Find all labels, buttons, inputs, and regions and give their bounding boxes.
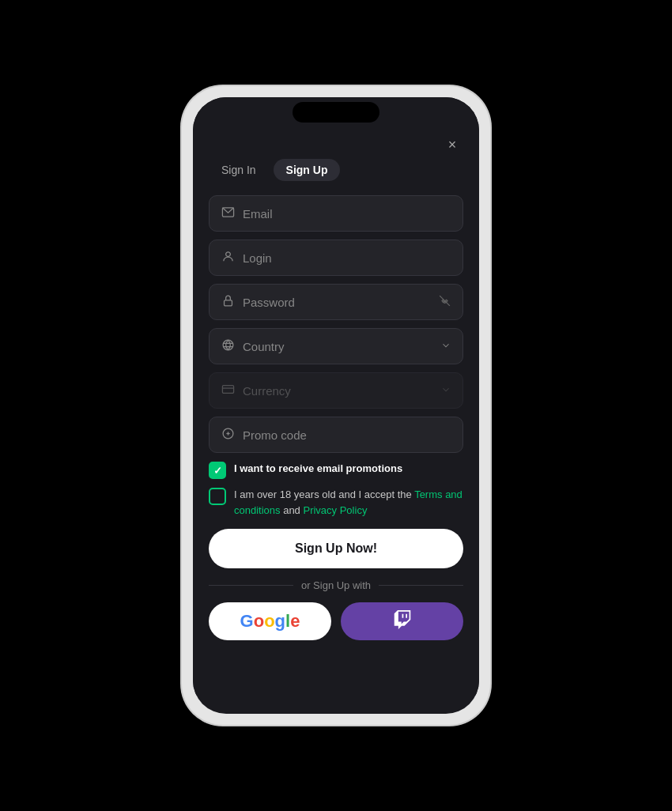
- checkmark-icon: ✓: [213, 465, 222, 477]
- user-icon: [221, 250, 235, 266]
- country-chevron-icon: [440, 340, 451, 353]
- svg-rect-7: [222, 386, 233, 394]
- country-label: Country: [243, 340, 432, 353]
- tab-signup[interactable]: Sign Up: [274, 159, 341, 181]
- password-input[interactable]: [243, 296, 430, 309]
- twitch-icon: [393, 610, 412, 633]
- tab-signin[interactable]: Sign In: [209, 159, 269, 181]
- currency-icon: [221, 383, 235, 398]
- promotions-checkbox-row: ✓ I want to receive email promotions: [209, 461, 463, 479]
- or-line-right: [379, 585, 463, 586]
- terms-checkbox-row: I am over 18 years old and I accept the …: [209, 487, 463, 518]
- phone-device: × Sign In Sign Up: [182, 86, 490, 725]
- modal-container: × Sign In Sign Up: [193, 127, 479, 696]
- password-toggle[interactable]: [438, 294, 451, 310]
- signup-button[interactable]: Sign Up Now!: [209, 529, 463, 568]
- social-buttons-row: Google: [209, 602, 463, 640]
- country-field[interactable]: Country: [209, 328, 463, 364]
- or-line-left: [209, 585, 293, 586]
- close-button[interactable]: ×: [441, 134, 463, 156]
- twitch-button[interactable]: [341, 602, 463, 640]
- currency-chevron-icon: [440, 384, 451, 398]
- promo-icon: [221, 427, 235, 443]
- tabs-row: Sign In Sign Up: [209, 159, 463, 181]
- globe-icon: [221, 338, 235, 354]
- email-icon: [221, 206, 235, 221]
- svg-point-4: [223, 340, 233, 350]
- email-field: [209, 195, 463, 232]
- currency-field[interactable]: Currency: [209, 372, 463, 409]
- privacy-link[interactable]: Privacy Policy: [303, 504, 367, 516]
- login-field: [209, 240, 463, 276]
- terms-label: I am over 18 years old and I accept the …: [234, 487, 463, 518]
- phone-screen: × Sign In Sign Up: [193, 97, 479, 714]
- promo-input[interactable]: [243, 428, 451, 442]
- promo-field: [209, 417, 463, 453]
- notch-pill: [293, 102, 379, 123]
- google-button[interactable]: Google: [209, 602, 331, 640]
- svg-line-3: [440, 296, 450, 306]
- google-icon: Google: [240, 611, 300, 632]
- promotions-label: I want to receive email promotions: [234, 461, 402, 477]
- or-text: or Sign Up with: [301, 579, 371, 591]
- email-input[interactable]: [243, 207, 451, 221]
- phone-notch: [193, 97, 479, 127]
- password-field: [209, 284, 463, 320]
- bottom-space: [209, 640, 463, 672]
- or-divider: or Sign Up with: [209, 579, 463, 591]
- svg-rect-2: [224, 300, 232, 306]
- promotions-checkbox[interactable]: ✓: [209, 462, 226, 479]
- svg-point-1: [225, 252, 230, 257]
- currency-label: Currency: [243, 384, 432, 398]
- terms-checkbox[interactable]: [209, 488, 226, 505]
- close-row: ×: [209, 127, 463, 159]
- lock-icon: [221, 294, 235, 310]
- login-input[interactable]: [243, 251, 451, 265]
